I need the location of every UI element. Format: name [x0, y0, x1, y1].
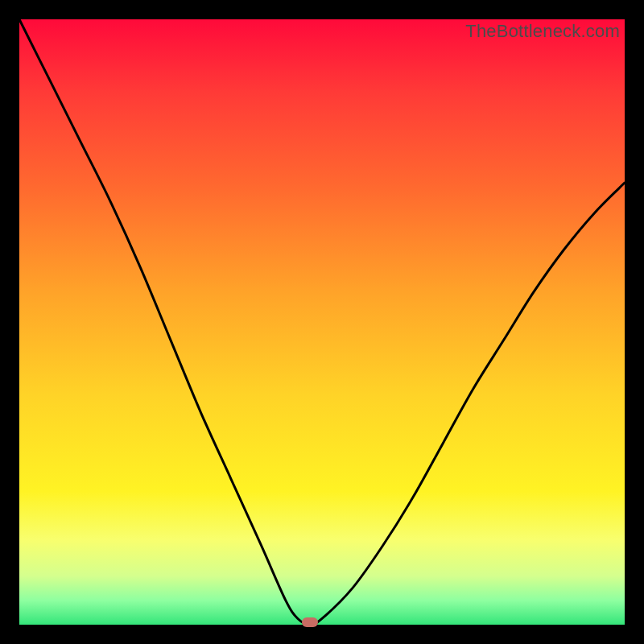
chart-frame: TheBottleneck.com [0, 0, 644, 644]
bottleneck-curve [19, 19, 625, 625]
plot-area: TheBottleneck.com [19, 19, 625, 625]
optimal-point-marker [302, 617, 318, 627]
curve-path [19, 19, 625, 625]
